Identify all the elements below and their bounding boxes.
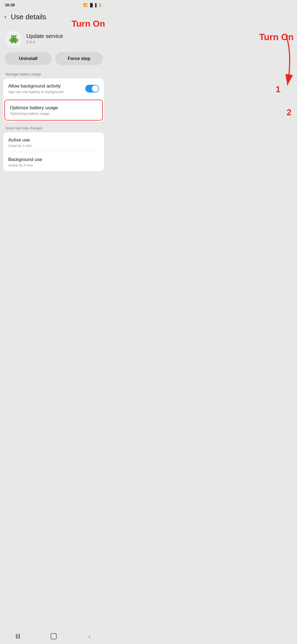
background-use-title: Background use	[8, 157, 99, 162]
background-activity-text: Allow background activity App can use ba…	[8, 83, 82, 94]
active-use-subtitle: Used for 1 min	[8, 144, 99, 148]
optimize-battery-row[interactable]: Optimize battery usage Optimizing batter…	[4, 100, 103, 121]
since-charged-card: Active use Used for 1 min Background use…	[3, 132, 104, 171]
page-title: Use details	[11, 13, 46, 21]
toggle-knob	[92, 85, 98, 92]
svg-point-3	[15, 37, 15, 38]
svg-rect-4	[11, 39, 17, 42]
optimize-battery-subtitle: Optimizing battery usage	[10, 111, 97, 116]
svg-line-0	[11, 35, 12, 36]
svg-line-1	[16, 35, 17, 36]
background-activity-title: Allow background activity	[8, 83, 82, 89]
active-use-title: Active use	[8, 137, 99, 143]
status-bar: 16:39 📶 ▐▌▐ 🔋	[0, 0, 107, 9]
status-time: 16:39	[5, 3, 15, 7]
app-name-version: Update service 5.8.4	[26, 33, 63, 44]
action-buttons: Uninstall Force stop	[0, 52, 107, 70]
background-activity-toggle[interactable]	[85, 85, 99, 92]
wifi-icon: 📶	[83, 3, 87, 7]
battery-section-label: Manage battery usage	[0, 70, 107, 78]
force-stop-button[interactable]: Force stop	[55, 52, 103, 65]
back-button[interactable]: ‹	[3, 12, 7, 21]
battery-card: Allow background activity App can use ba…	[3, 78, 104, 122]
background-use-subtitle: Active for 0 min	[8, 163, 99, 167]
svg-rect-5	[9, 39, 10, 42]
header: ‹ Use details	[0, 9, 107, 26]
background-activity-row[interactable]: Allow background activity App can use ba…	[3, 78, 104, 98]
signal-icon: ▐▌▐	[89, 3, 97, 7]
active-use-row: Active use Used for 1 min	[3, 132, 104, 152]
status-icons: 📶 ▐▌▐ 🔋	[83, 3, 102, 7]
battery-icon: 🔋	[98, 3, 102, 7]
svg-point-2	[12, 37, 13, 38]
android-icon	[9, 33, 19, 44]
background-activity-subtitle: App can use battery in background	[8, 90, 82, 94]
app-info: Update service 5.8.4	[0, 26, 107, 52]
svg-rect-6	[17, 39, 18, 42]
optimize-battery-title: Optimize battery usage	[10, 105, 97, 111]
background-use-row: Background use Active for 0 min	[3, 152, 104, 171]
svg-rect-8	[15, 42, 16, 43]
uninstall-button[interactable]: Uninstall	[4, 52, 52, 65]
svg-rect-7	[11, 42, 13, 43]
app-name: Update service	[26, 33, 63, 39]
app-version: 5.8.4	[26, 40, 63, 44]
app-icon-wrapper	[6, 30, 22, 47]
card-divider	[8, 98, 99, 99]
since-charged-label: Since last fully charged	[0, 124, 107, 132]
